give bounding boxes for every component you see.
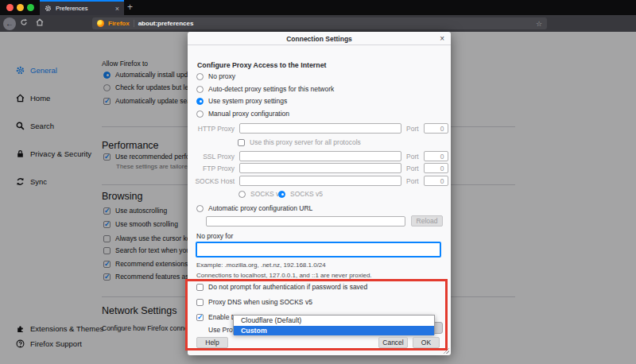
connection-settings-dialog: Connection Settings × Configure Proxy Ac…: [188, 32, 451, 355]
socks-host-row: SOCKS Host Port 0: [188, 176, 451, 186]
radio-icon: [196, 86, 204, 93]
example-note: Example: .mozilla.org, .net.nz, 192.168.…: [196, 261, 326, 269]
url-text[interactable]: about:preferences: [138, 20, 532, 27]
window-zoom-button[interactable]: [27, 4, 34, 11]
checkbox-icon: [196, 314, 204, 321]
reload-button[interactable]: [16, 15, 32, 32]
radio-socks-v4[interactable]: SOCKS v4: [238, 190, 283, 198]
socks-host-label: SOCKS Host: [188, 177, 235, 185]
port-label: Port: [406, 125, 419, 133]
checkbox-no-prompt-auth[interactable]: Do not prompt for authentication if pass…: [196, 283, 367, 291]
port-label: Port: [406, 153, 419, 161]
radio-icon: [278, 191, 285, 198]
no-proxy-for-label: No proxy for: [196, 232, 233, 240]
checkbox-all-protocols[interactable]: Use this proxy server for all protocols: [238, 138, 361, 146]
socks-port-input[interactable]: 0: [424, 176, 448, 186]
radio-icon: [238, 191, 246, 198]
gear-favicon-icon: [45, 5, 52, 12]
port-label: Port: [406, 165, 419, 172]
home-icon: [36, 18, 44, 26]
dialog-header: Connection Settings ×: [188, 32, 451, 45]
radio-auto-proxy-url[interactable]: Automatic proxy configuration URL: [196, 204, 312, 212]
tab-preferences[interactable]: Preferences ×: [40, 0, 124, 15]
resize-grip[interactable]: [444, 348, 449, 354]
http-proxy-input[interactable]: [239, 123, 401, 134]
bookmark-star-icon[interactable]: ☆: [536, 20, 542, 28]
firefox-window: Preferences × + ← → Firefox about:prefer…: [0, 0, 636, 364]
radio-icon: [196, 110, 204, 118]
dropdown-option-custom[interactable]: Custom: [234, 326, 434, 336]
cancel-button[interactable]: Cancel: [378, 337, 408, 348]
ssl-port-input[interactable]: 0: [424, 151, 448, 161]
ftp-proxy-input[interactable]: [239, 163, 401, 173]
tab-bar: Preferences × +: [0, 0, 636, 15]
ssl-proxy-input[interactable]: [239, 151, 401, 161]
new-tab-button[interactable]: +: [127, 2, 133, 13]
checkbox-icon: [196, 284, 204, 291]
auto-proxy-url-input[interactable]: [206, 216, 405, 227]
radio-icon: [196, 98, 204, 105]
ssl-proxy-label: SSL Proxy: [188, 153, 235, 161]
window-close-button[interactable]: [6, 4, 14, 11]
tab-title: Preferences: [56, 5, 111, 12]
port-label: Port: [406, 177, 419, 185]
radio-use-system-proxy[interactable]: Use system proxy settings: [196, 97, 287, 105]
socks-host-input[interactable]: [239, 176, 401, 186]
http-port-input[interactable]: 0: [424, 123, 448, 134]
http-proxy-row: HTTP Proxy Port 0: [188, 123, 451, 134]
ftp-proxy-row: FTP Proxy Port 0: [188, 163, 451, 173]
radio-icon: [196, 205, 204, 212]
home-button[interactable]: [32, 15, 48, 32]
back-button[interactable]: ←: [3, 17, 16, 30]
dialog-title: Connection Settings: [188, 35, 451, 43]
http-proxy-label: HTTP Proxy: [188, 125, 235, 133]
ftp-port-input[interactable]: 0: [424, 163, 448, 173]
checkbox-icon: [238, 139, 245, 146]
radio-icon: [196, 73, 204, 80]
checkbox-proxy-dns-socks5[interactable]: Proxy DNS when using SOCKS v5: [196, 298, 312, 306]
dropdown-option-cloudflare[interactable]: Cloudflare (Default): [234, 316, 434, 326]
firefox-logo-icon: [97, 20, 104, 27]
ok-button[interactable]: OK: [413, 337, 440, 348]
ftp-proxy-label: FTP Proxy: [188, 165, 235, 172]
navigation-toolbar: ← → Firefox about:preferences ☆ ≡: [0, 15, 636, 32]
window-minimize-button[interactable]: [17, 4, 24, 11]
dialog-close-icon[interactable]: ×: [440, 34, 444, 43]
url-bar[interactable]: Firefox about:preferences ☆: [92, 17, 547, 29]
radio-auto-detect[interactable]: Auto-detect proxy settings for this netw…: [196, 85, 334, 93]
radio-manual-proxy[interactable]: Manual proxy configuration: [196, 110, 289, 118]
ssl-proxy-row: SSL Proxy Port 0: [188, 151, 451, 161]
radio-no-proxy[interactable]: No proxy: [196, 72, 235, 80]
reload-button[interactable]: Reload: [411, 215, 443, 227]
checkbox-icon: [196, 299, 204, 306]
no-proxy-for-input[interactable]: [196, 242, 441, 258]
radio-socks-v5[interactable]: SOCKS v5: [278, 190, 323, 198]
localhost-note: Connections to localhost, 127.0.0.1, and…: [196, 272, 372, 279]
urlbar-separator: [134, 20, 134, 27]
proxy-heading: Configure Proxy Access to the Internet: [197, 61, 326, 69]
help-button[interactable]: Help: [196, 337, 228, 348]
provider-dropdown-popup: Cloudflare (Default) Custom: [233, 315, 435, 335]
tab-close-icon[interactable]: ×: [115, 5, 119, 13]
firefox-brand-label: Firefox: [108, 20, 130, 27]
reload-icon: [20, 18, 28, 26]
